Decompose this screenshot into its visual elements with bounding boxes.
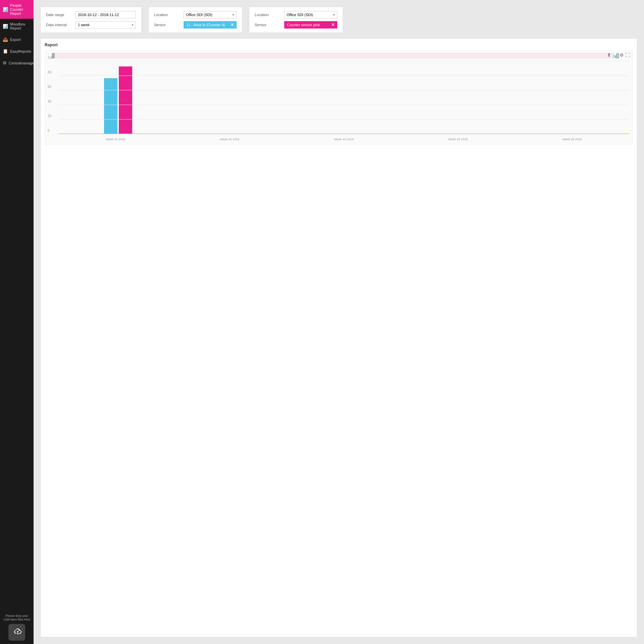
sidebar-item-export[interactable]: 📤 Export: [0, 34, 34, 45]
bar-chart-icon[interactable]: 📊: [612, 52, 618, 58]
data-interval-label: Data interval: [46, 23, 73, 27]
x-label-4: Week 45 2018: [515, 138, 629, 141]
grid-line-80: [58, 76, 629, 76]
sensor-selected-blue-text: 11 - Area In (Counter A): [186, 23, 225, 27]
main-content: Date range Data interval 1 week 1 day 1 …: [34, 0, 644, 644]
sensor-selected-pink[interactable]: Counter sensor pink ✕: [284, 21, 337, 29]
filter-group-1: Date range Data interval 1 week 1 day 1 …: [40, 7, 142, 33]
y-label-0: 0: [48, 129, 50, 133]
x-label-0: Week 41 2018: [58, 138, 172, 141]
sidebar-item-label: People Counter Report: [10, 3, 31, 15]
sensor-remove-pink[interactable]: ✕: [331, 22, 335, 27]
bars-area: [58, 61, 629, 134]
grid-line-0: [58, 134, 629, 134]
moodbox-icon: 📊: [3, 24, 8, 29]
date-range-row: Date range: [46, 11, 136, 18]
filter-group-3: Location Office SDI (SDI) Sensor Counter…: [249, 7, 343, 33]
sidebar: 📊 People Counter Report 📊 Moodbox Report…: [0, 0, 34, 644]
location-select-wrapper-2: Office SDI (SDI): [184, 11, 237, 18]
grid-line-100: [58, 61, 629, 61]
data-interval-select[interactable]: 1 week 1 day 1 hour: [76, 21, 136, 29]
sidebar-item-label: EasyReports: [10, 49, 31, 53]
location-select-wrapper-3: Office SDI (SDI): [284, 11, 337, 18]
sidebar-item-label: Moodbox Report: [10, 22, 31, 30]
sensor-row-2: Sensor 11 - Area In (Counter A) ✕: [154, 21, 237, 29]
bar-group-0: [62, 66, 175, 134]
fullscreen-icon[interactable]: ⛶: [625, 52, 630, 58]
usb-upload-area: Please drop your USB Mem files here: [3, 614, 31, 641]
sensor-label-3: Sensor: [255, 23, 282, 27]
location-select-2[interactable]: Office SDI (SDI): [184, 11, 237, 18]
bar-blue-0: [104, 78, 117, 134]
management-icon: ⚙: [3, 60, 7, 65]
chart-toolbar: ⬆ 📊 ⚙ ⛶: [607, 52, 630, 58]
location-row-2: Location Office SDI (SDI): [154, 11, 237, 18]
bar-pink-0: [119, 66, 132, 134]
report-section: Report ⬆ 📊 ⚙ ⛶: [40, 38, 637, 637]
sensor-selected-blue[interactable]: 11 - Area In (Counter A) ✕: [184, 21, 237, 29]
chart-grid: Week 41 2018Week 42 2018Week 43 2018Week…: [58, 61, 629, 134]
sidebar-bottom: Please drop your USB Mem files here: [0, 611, 34, 644]
y-label-60: 60: [48, 85, 51, 89]
data-interval-row: Data interval 1 week 1 day 1 hour: [46, 21, 136, 29]
y-label-100: 100: [48, 56, 53, 59]
data-interval-wrapper: 1 week 1 day 1 hour: [76, 21, 136, 29]
sidebar-item-central-management[interactable]: ⚙ Centralmanagement: [0, 57, 34, 69]
grid-line-40: [58, 105, 629, 105]
report-title: Report: [45, 43, 633, 47]
filter-bar: Date range Data interval 1 week 1 day 1 …: [40, 7, 637, 33]
sidebar-item-people-counter-report[interactable]: 📊 People Counter Report: [0, 0, 34, 19]
range-slider[interactable]: [52, 53, 619, 58]
grid-line-60: [58, 90, 629, 90]
x-label-2: Week 43 2018: [287, 138, 401, 141]
sensor-remove-blue[interactable]: ✕: [231, 22, 234, 27]
easy-reports-icon: 📋: [3, 49, 8, 54]
filter-group-2: Location Office SDI (SDI) Sensor 11 - Ar…: [148, 7, 242, 33]
export-chart-icon[interactable]: ⬆: [607, 52, 611, 58]
bar-chart-icon: 📊: [3, 7, 8, 12]
location-label-2: Location: [154, 13, 181, 17]
sensor-selected-pink-text: Counter sensor pink: [287, 23, 320, 27]
sensor-label-2: Sensor: [154, 23, 181, 27]
y-label-20: 20: [48, 114, 51, 118]
grid-line-20: [58, 119, 629, 119]
location-row-3: Location Office SDI (SDI): [255, 11, 337, 18]
usb-text: Please drop your USB Mem files here: [3, 614, 31, 622]
x-label-1: Week 42 2018: [172, 138, 287, 141]
x-label-3: Week 44 2018: [401, 138, 515, 141]
sidebar-spacer: [0, 69, 34, 611]
y-label-40: 40: [48, 99, 51, 103]
sensor-row-3: Sensor Counter sensor pink ✕: [255, 21, 337, 29]
location-label-3: Location: [255, 13, 282, 17]
sidebar-item-easy-reports[interactable]: 📋 EasyReports: [0, 45, 34, 57]
date-range-label: Date range: [46, 13, 73, 17]
sidebar-item-moodbox-report[interactable]: 📊 Moodbox Report: [0, 19, 34, 34]
sidebar-item-label: Export: [10, 38, 21, 42]
svg-marker-0: [17, 631, 19, 635]
cloud-upload-button[interactable]: [8, 624, 25, 641]
date-range-input[interactable]: [76, 11, 136, 18]
chart-container: ⬆ 📊 ⚙ ⛶ Week 41 2018Week 42 2018Week 43 …: [45, 51, 633, 145]
location-select-3[interactable]: Office SDI (SDI): [284, 11, 337, 18]
settings-chart-icon[interactable]: ⚙: [620, 52, 624, 58]
x-labels: Week 41 2018Week 42 2018Week 43 2018Week…: [58, 138, 629, 141]
export-icon: 📤: [3, 37, 8, 42]
y-label-80: 80: [48, 70, 51, 74]
